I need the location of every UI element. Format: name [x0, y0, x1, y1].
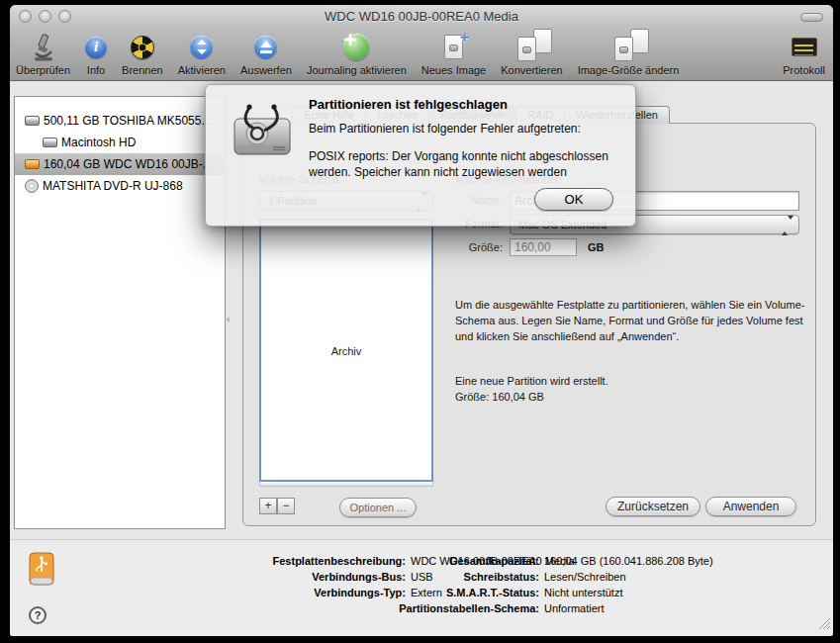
- ok-button[interactable]: OK: [534, 188, 613, 211]
- toolbar-button-log[interactable]: Protokoll: [783, 32, 825, 76]
- sidebar-item-label: 500,11 GB TOSHIBA MK5055...: [44, 114, 211, 128]
- sidebar-item-label: 160,04 GB WDC WD16 00JB-...: [44, 157, 213, 171]
- log-icon: [792, 32, 817, 62]
- info-row: Gesamtkapazität: 160,04 GB (160.041.886.…: [394, 553, 713, 569]
- dialog-message: Beim Partitionieren ist folgender Fehler…: [309, 122, 581, 136]
- remove-partition-button[interactable]: −: [277, 498, 295, 514]
- reset-button[interactable]: Zurücksetzen: [606, 497, 700, 516]
- add-partition-button[interactable]: +: [259, 498, 277, 514]
- size-unit-label: GB: [588, 241, 605, 253]
- title-bar[interactable]: WDC WD16 00JB-00REA0 Media: [10, 5, 833, 28]
- toolbar-button-mount[interactable]: Aktivieren: [178, 32, 226, 76]
- info-row: S.M.A.R.T.-Status: Nicht unterstützt: [394, 585, 713, 600]
- toolbar-button-verify[interactable]: Überprüfen: [16, 32, 70, 76]
- info-icon: i: [85, 32, 107, 62]
- external-disk-icon: [25, 159, 40, 169]
- status-line: Eine neue Partition wird erstellt.: [455, 373, 608, 389]
- microscope-icon: [29, 32, 58, 62]
- toolbar-label: Protokoll: [783, 64, 825, 76]
- partition-name-label: Archiv: [261, 345, 431, 357]
- volume-icon: [43, 138, 57, 147]
- toolbar-label: Überprüfen: [16, 64, 70, 76]
- convert-image-icon: [517, 32, 545, 62]
- toolbar-button-info[interactable]: i Info: [85, 32, 107, 76]
- partition-map-box[interactable]: Archiv: [259, 219, 433, 482]
- toolbar-button-burn[interactable]: Brennen: [122, 32, 163, 76]
- options-button[interactable]: Optionen ...: [339, 498, 417, 517]
- sidebar-item-macintosh-hd[interactable]: Macintosh HD: [15, 132, 225, 153]
- toolbar-label: Aktivieren: [178, 64, 226, 76]
- toolbar-label: Journaling aktivieren: [307, 64, 407, 76]
- status-line: Größe: 160,04 GB: [455, 389, 608, 405]
- size-label: Größe:: [406, 241, 503, 253]
- toolbar-label: Auswerfen: [240, 64, 292, 76]
- apply-button[interactable]: Anwenden: [705, 497, 796, 516]
- optical-drive-icon: [25, 179, 39, 193]
- toolbar-label: Image-Größe ändern: [578, 64, 680, 76]
- burn-icon: [131, 32, 154, 62]
- toolbar-button-new-image[interactable]: + Neues Image: [421, 32, 486, 76]
- splitter-collapse-handle[interactable]: ‹: [227, 313, 231, 324]
- toolbar-toggle-button[interactable]: [800, 13, 823, 22]
- device-sidebar: 500,11 GB TOSHIBA MK5055... Macintosh HD…: [14, 96, 226, 529]
- sidebar-item-label: MATSHITA DVD-R UJ-868: [43, 179, 183, 193]
- toolbar-button-journaling[interactable]: Journaling aktivieren: [307, 32, 407, 76]
- toolbar: Überprüfen i Info Brennen Aktivieren: [10, 28, 833, 81]
- partition-failed-dialog: Partitionieren ist fehlgeschlagen Beim P…: [205, 84, 636, 227]
- partition-status-text: Eine neue Partition wird erstellt. Größe…: [455, 373, 608, 405]
- toolbar-button-eject[interactable]: Auswerfen: [240, 32, 292, 76]
- sidebar-item-toshiba-disk[interactable]: 500,11 GB TOSHIBA MK5055...: [15, 110, 225, 132]
- dialog-title: Partitionieren ist fehlgeschlagen: [309, 97, 508, 112]
- toolbar-button-convert[interactable]: Konvertieren: [501, 32, 562, 76]
- window-title: WDC WD16 00JB-00REA0 Media: [10, 9, 833, 24]
- info-row: Partitionstabellen-Schema: Unformatiert: [394, 600, 713, 616]
- desktop-background: WDC WD16 00JB-00REA0 Media Überprüfen i: [0, 0, 840, 643]
- resize-image-icon: [614, 32, 642, 62]
- size-input[interactable]: [510, 238, 577, 256]
- partition-help-text: Um die ausgewählte Festplatte zu partiti…: [455, 297, 823, 344]
- toolbar-label: Brennen: [122, 64, 163, 76]
- resize-grip[interactable]: [818, 616, 831, 634]
- new-image-icon: +: [444, 32, 463, 62]
- toolbar-label: Neues Image: [421, 64, 486, 76]
- mount-icon: [190, 32, 213, 62]
- sidebar-item-wdc-disk[interactable]: 160,04 GB WDC WD16 00JB-...: [15, 153, 225, 175]
- partition-resize-handle[interactable]: [259, 482, 433, 487]
- usb-drive-icon: [28, 552, 55, 590]
- device-info-right: Gesamtkapazität: 160,04 GB (160.041.886.…: [394, 553, 713, 616]
- journaling-icon: [343, 32, 370, 62]
- toolbar-button-resize-image[interactable]: Image-Größe ändern: [578, 32, 680, 76]
- device-info-panel: Festplattenbeschreibung: WDC WD16 00JB-0…: [10, 539, 833, 636]
- eject-icon: [254, 32, 277, 62]
- help-button[interactable]: ?: [29, 606, 47, 624]
- toolbar-label: Konvertieren: [501, 64, 562, 76]
- dialog-error-detail: POSIX reports: Der Vorgang konnte nicht …: [309, 148, 627, 180]
- info-row: Schreibstatus: Lesen/Schreiben: [394, 569, 713, 585]
- sidebar-item-matshita-dvd[interactable]: MATSHITA DVD-R UJ-868: [15, 175, 225, 197]
- toolbar-label: Info: [87, 64, 105, 76]
- internal-disk-icon: [25, 116, 40, 126]
- sidebar-item-label: Macintosh HD: [61, 136, 136, 149]
- disk-utility-alert-icon: [230, 103, 295, 166]
- chevron-up-down-icon: [782, 220, 793, 231]
